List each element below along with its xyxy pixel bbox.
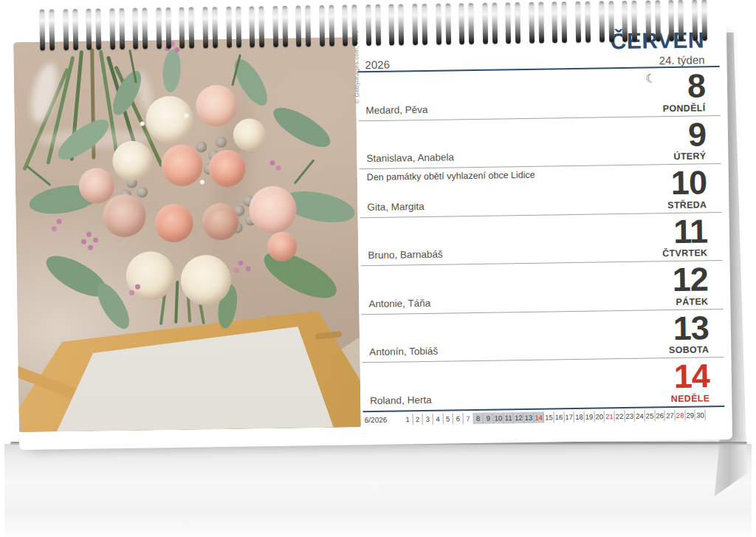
fil-decor <box>269 160 275 165</box>
fil-decor <box>93 238 98 243</box>
strip-day: 1 <box>403 414 413 425</box>
month-strip-days: 1234567891011121314151617181920212223242… <box>403 409 706 425</box>
binding-wire <box>552 1 558 43</box>
calendar-stand-base <box>4 444 752 537</box>
binding-wire <box>306 5 312 47</box>
month-ref: 6/2026 <box>363 416 396 425</box>
day-name: PÁTEK <box>676 296 708 307</box>
day-number: 11 <box>673 214 707 248</box>
binding-wire <box>319 5 325 47</box>
day-name: PONDĚLÍ <box>663 103 706 114</box>
binding-loop <box>529 2 544 44</box>
binding-wire <box>343 4 348 46</box>
strip-day: 27 <box>665 410 676 421</box>
day-row: 12 PÁTEK Antonie, Táňa <box>361 261 724 315</box>
desk-calendar-scene: © Gettyimages.com, 2025 ČERVEN 2026 24. … <box>0 0 756 537</box>
binding-wire <box>492 2 498 44</box>
binding-loop <box>575 1 591 43</box>
binding-wire <box>156 7 162 49</box>
binding-loop <box>458 3 474 44</box>
binding-wire <box>445 3 451 44</box>
binding-wire <box>575 1 581 43</box>
binding-wire <box>692 0 698 41</box>
binding-wire <box>622 1 628 42</box>
day-name: ČTVRTEK <box>662 248 707 259</box>
strip-day: 23 <box>625 411 635 422</box>
strip-day: 18 <box>574 411 585 423</box>
day-number: 8 <box>687 69 706 102</box>
strip-day: 12 <box>514 412 524 423</box>
calendar-page: © Gettyimages.com, 2025 ČERVEN 2026 24. … <box>13 24 732 450</box>
binding-loop <box>599 1 614 42</box>
binding-wire <box>189 7 195 49</box>
binding-loop <box>272 6 288 47</box>
strip-day: 21 <box>605 411 615 422</box>
strip-day: 19 <box>585 411 595 423</box>
binding-wire <box>49 9 55 50</box>
binding-loop <box>109 8 125 49</box>
binding-wire <box>272 6 278 47</box>
strip-day: 8 <box>473 413 484 424</box>
day-name: NEDĚLE <box>671 393 710 404</box>
strip-day: 7 <box>464 413 474 424</box>
day-row: 11 ČTVRTEK Bruno, Barnabáš <box>360 213 723 267</box>
binding-wire <box>142 7 148 49</box>
strip-day: 30 <box>695 409 706 420</box>
day-row: 14 NEDĚLE Roland, Herta <box>362 358 725 412</box>
strip-day: 20 <box>594 411 605 422</box>
binding-wire <box>165 7 171 49</box>
day-name: SOBOTA <box>669 345 709 356</box>
binding-loop <box>343 4 358 46</box>
binding-loop <box>156 7 171 49</box>
binding-wire <box>329 5 334 47</box>
binding-wire <box>133 8 139 49</box>
strip-day: 26 <box>655 410 665 421</box>
fil-decor <box>234 268 239 273</box>
fil-decor <box>81 239 86 244</box>
day-row: 10 STŘEDA Gita, Margita Den památky obět… <box>360 164 722 218</box>
binding-wire <box>645 0 651 41</box>
day-row: ☾ 8 PONDĚLÍ Medard, Pěva <box>358 67 721 121</box>
binding-wire <box>562 1 568 43</box>
binding-wire <box>701 0 707 41</box>
fil-decor <box>246 266 251 271</box>
fil-decor <box>135 284 140 290</box>
day-number: 14 <box>673 360 709 394</box>
binding-wire <box>179 7 185 49</box>
binding-wire <box>296 5 302 47</box>
calendar-photo-bouquet <box>13 37 361 432</box>
name-days: Gita, Margita <box>367 201 424 213</box>
binding-wire <box>72 9 78 50</box>
fil-decor <box>88 245 93 250</box>
fil-decor <box>276 165 281 171</box>
binding-loop <box>668 0 684 41</box>
binding-wire <box>389 4 395 46</box>
day-rows: ☾ 8 PONDĚLÍ Medard, Pěva 9 ÚTERÝ Stanisl… <box>358 67 725 412</box>
binding-wire <box>515 2 521 44</box>
strip-day: 17 <box>564 411 574 423</box>
strip-day: 15 <box>544 411 554 423</box>
binding-loop <box>365 4 381 46</box>
binding-wire <box>668 0 674 41</box>
binding-wire <box>375 4 381 46</box>
binding-wire <box>678 0 684 41</box>
binding-loop <box>202 7 218 48</box>
binding-loop <box>645 0 661 41</box>
fil-decor <box>238 261 243 266</box>
year-label: 2026 <box>365 58 390 71</box>
strip-day: 4 <box>433 414 444 425</box>
wax-decor <box>200 179 205 184</box>
binding-loop <box>179 7 195 49</box>
strip-day: 14 <box>534 412 544 423</box>
binding-wire <box>655 0 661 41</box>
day-name: STŘEDA <box>667 199 707 211</box>
strip-day: 10 <box>494 412 504 423</box>
binding-loop <box>296 5 312 47</box>
month-strip: 6/2026 123456789101112131415161718192021… <box>363 409 725 425</box>
binding-wire <box>538 2 544 44</box>
name-days: Antonie, Táňa <box>368 298 430 309</box>
fil-decor <box>129 290 134 295</box>
binding-wire <box>608 1 614 42</box>
moon-phase-icon: ☾ <box>645 71 656 85</box>
binding-wire <box>436 4 441 45</box>
